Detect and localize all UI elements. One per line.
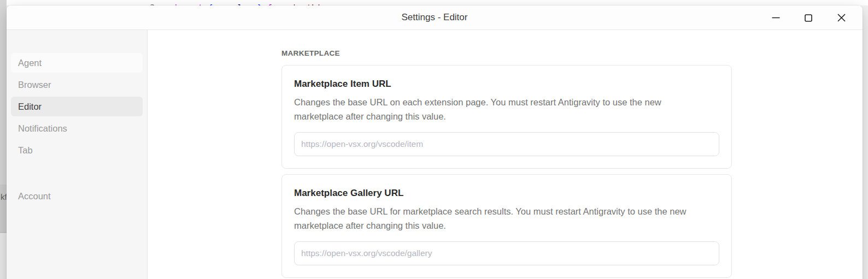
- maximize-button[interactable]: [796, 7, 821, 29]
- setting-title: Marketplace Gallery URL: [294, 188, 719, 199]
- dialog-body: Agent Browser Editor Notifications Tab A…: [7, 30, 863, 279]
- background-editor-top: 3import { resolve } from 'path';: [0, 0, 868, 5]
- minimize-icon: [772, 14, 780, 22]
- dialog-titlebar: Settings - Editor: [7, 5, 863, 30]
- close-button[interactable]: [829, 7, 854, 29]
- sidebar-item-tab[interactable]: Tab: [11, 140, 143, 160]
- sidebar-item-browser[interactable]: Browser: [11, 75, 143, 94]
- sidebar-item-agent[interactable]: Agent: [11, 53, 143, 73]
- close-icon: [837, 14, 846, 22]
- maximize-icon: [805, 14, 812, 22]
- background-left-strip: kf: [0, 0, 7, 279]
- setting-title: Marketplace Item URL: [294, 79, 719, 90]
- left-strip-tab: kf: [0, 185, 7, 233]
- sidebar-item-account[interactable]: Account: [11, 186, 143, 206]
- left-strip-lower: [0, 233, 7, 279]
- minimize-button[interactable]: [763, 7, 788, 29]
- sidebar-item-notifications[interactable]: Notifications: [11, 118, 143, 138]
- left-strip-label: kf: [1, 192, 7, 201]
- section-label-marketplace: MARKETPLACE: [281, 49, 863, 57]
- marketplace-gallery-url-input[interactable]: [294, 241, 719, 265]
- setting-description: Changes the base URL for marketplace sea…: [294, 204, 701, 233]
- dialog-title: Settings - Editor: [402, 12, 468, 23]
- marketplace-item-url-input[interactable]: [294, 132, 719, 156]
- window-controls: [763, 5, 854, 30]
- settings-content: MARKETPLACE Marketplace Item URL Changes…: [148, 30, 863, 279]
- background-code-line: 3import { resolve } from 'path';: [130, 0, 326, 5]
- setting-description: Changes the base URL on each extension p…: [294, 95, 701, 123]
- settings-card-item-url: Marketplace Item URL Changes the base UR…: [281, 65, 732, 169]
- sidebar-spacer: [7, 162, 147, 186]
- settings-card-gallery-url: Marketplace Gallery URL Changes the base…: [281, 174, 732, 278]
- settings-sidebar: Agent Browser Editor Notifications Tab A…: [7, 30, 148, 279]
- settings-dialog: Settings - Editor Agent B: [7, 5, 863, 279]
- sidebar-item-editor[interactable]: Editor: [11, 97, 143, 116]
